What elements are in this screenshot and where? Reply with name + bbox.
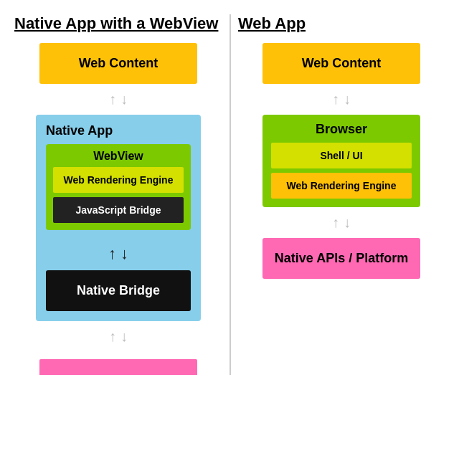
right-title: Web App xyxy=(238,14,445,33)
right-arrows-2: ↑ ↓ xyxy=(332,214,351,231)
up-arrow-bold-icon: ↑ xyxy=(108,244,116,263)
main-container: Native App with a WebView Web Content ↑ … xyxy=(0,0,459,382)
right-up-arrow-icon-2: ↑ xyxy=(332,214,339,231)
right-web-rendering-label: Web Rendering Engine xyxy=(286,180,396,191)
left-arrows-1: ↑ ↓ xyxy=(109,91,128,108)
left-title: Native App with a WebView xyxy=(14,14,222,33)
right-web-content-label: Web Content xyxy=(302,56,382,70)
partial-pink-strip xyxy=(39,359,197,375)
down-arrow-bold-icon: ↓ xyxy=(120,244,128,263)
left-web-content-box: Web Content xyxy=(39,43,197,84)
right-web-rendering-box: Web Rendering Engine xyxy=(271,173,412,199)
native-app-box: Native App WebView Web Rendering Engine … xyxy=(36,115,201,321)
webview-label: WebView xyxy=(93,150,143,163)
up-arrow-icon-2: ↑ xyxy=(109,328,116,345)
left-web-content-label: Web Content xyxy=(79,56,158,70)
browser-label: Browser xyxy=(316,122,367,137)
left-column: Native App with a WebView Web Content ↑ … xyxy=(7,14,230,375)
down-arrow-icon-1: ↓ xyxy=(120,91,128,108)
right-column: Web App Web Content ↑ ↓ Browser Shell / … xyxy=(230,14,452,375)
right-down-arrow-icon-1: ↓ xyxy=(344,91,351,108)
native-bridge-box: Native Bridge xyxy=(46,270,191,311)
right-web-content-box: Web Content xyxy=(262,43,420,84)
right-down-arrow-icon-2: ↓ xyxy=(344,214,351,231)
up-arrow-icon-1: ↑ xyxy=(109,91,116,108)
browser-box: Browser Shell / UI Web Rendering Engine xyxy=(262,115,420,207)
right-arrows-1: ↑ ↓ xyxy=(332,91,351,108)
webview-box: WebView Web Rendering Engine JavaScript … xyxy=(46,144,191,230)
web-rendering-label: Web Rendering Engine xyxy=(63,174,173,186)
native-apis-label: Native APIs / Platform xyxy=(275,251,408,265)
web-rendering-engine-box: Web Rendering Engine xyxy=(53,167,184,193)
right-up-arrow-icon-1: ↑ xyxy=(332,91,339,108)
native-apis-box: Native APIs / Platform xyxy=(262,238,420,279)
shell-ui-label: Shell / UI xyxy=(320,150,362,161)
shell-ui-box: Shell / UI xyxy=(271,143,412,168)
left-bold-arrows: ↑ ↓ xyxy=(108,244,128,263)
down-arrow-icon-2: ↓ xyxy=(120,328,128,345)
native-bridge-label: Native Bridge xyxy=(77,283,160,298)
native-app-label: Native App xyxy=(46,123,113,138)
left-arrows-2: ↑ ↓ xyxy=(109,328,128,345)
js-bridge-label: JavaScript Bridge xyxy=(75,204,161,216)
js-bridge-box: JavaScript Bridge xyxy=(53,197,184,223)
